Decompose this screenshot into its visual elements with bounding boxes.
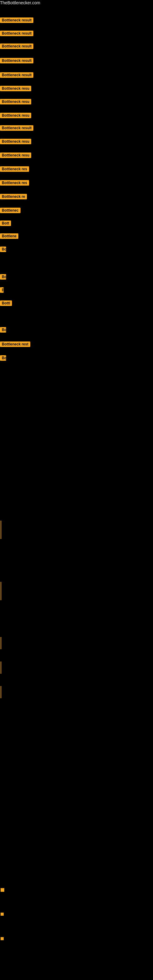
- badge-item: Bottl: [0, 301, 12, 307]
- bottleneck-result-badge: Bottleneck res: [0, 166, 29, 172]
- badge-item: Bottleneck resu: [0, 139, 31, 145]
- vertical-line-indicator: [1, 637, 1, 649]
- badge-item: Bottleneck resu: [0, 113, 31, 119]
- bottleneck-result-badge: Bottl: [0, 301, 12, 306]
- badge-item: Bottleneck resu: [0, 153, 31, 159]
- badge-item: B: [0, 287, 4, 294]
- bottleneck-result-badge: Bo: [0, 355, 6, 361]
- bottleneck-result-badge: Bo: [0, 274, 6, 280]
- small-indicator: [1, 913, 4, 916]
- vertical-line-indicator: [1, 662, 1, 674]
- bottleneck-result-badge: Bottleneck res: [0, 180, 29, 186]
- site-title: TheBottlenecker.com: [0, 0, 153, 5]
- bottleneck-result-badge: Bottlene: [0, 233, 18, 239]
- bottleneck-result-badge: Bottleneck rest: [0, 342, 30, 347]
- bottleneck-result-badge: Bottlenec: [0, 208, 21, 213]
- bottleneck-result-badge: Bottleneck result: [0, 72, 33, 78]
- bottleneck-result-badge: Bottleneck resu: [0, 113, 31, 118]
- badge-item: Bottleneck result: [0, 58, 33, 65]
- badge-item: Bottlene: [0, 233, 18, 240]
- bottleneck-result-badge: Bottleneck re: [0, 194, 27, 199]
- small-indicator: [1, 888, 4, 892]
- bottleneck-result-badge: Bottleneck result: [0, 18, 33, 23]
- bottleneck-result-badge: Bottleneck resu: [0, 99, 31, 105]
- vertical-line-indicator: [1, 582, 1, 600]
- badge-item: Bott: [0, 221, 11, 227]
- badge-item: Bottleneck resu: [0, 99, 31, 106]
- vertical-line-indicator: [1, 520, 1, 539]
- badge-item: Bo: [0, 355, 6, 362]
- badge-item: Bo: [0, 274, 6, 281]
- bottleneck-result-badge: Bottleneck result: [0, 43, 33, 49]
- badge-item: Bottlenec: [0, 208, 21, 215]
- badge-item: Bo: [0, 327, 6, 334]
- bottleneck-result-badge: Bottleneck resu: [0, 153, 31, 158]
- badge-item: Bottleneck result: [0, 43, 33, 50]
- bottleneck-result-badge: Bottleneck resu: [0, 139, 31, 144]
- bottleneck-result-badge: Bottleneck result: [0, 125, 33, 131]
- bottleneck-result-badge: Bottleneck result: [0, 58, 33, 64]
- vertical-line-indicator: [1, 686, 1, 698]
- badge-item: Bottleneck result: [0, 30, 33, 37]
- bottleneck-result-badge: Bottleneck result: [0, 30, 33, 36]
- bottleneck-result-badge: B: [0, 287, 4, 293]
- bottleneck-result-badge: Bo: [0, 247, 6, 252]
- badge-item: Bottleneck res: [0, 166, 29, 173]
- badge-item: Bo: [0, 247, 6, 253]
- badge-item: Bottleneck result: [0, 18, 33, 24]
- badge-item: Bottleneck rest: [0, 342, 30, 348]
- badge-item: Bottleneck result: [0, 125, 33, 132]
- badge-item: Bottleneck re: [0, 194, 27, 200]
- bottleneck-result-badge: Bottleneck resu: [0, 86, 31, 91]
- bottleneck-result-badge: Bo: [0, 327, 6, 332]
- badge-item: Bottleneck result: [0, 72, 33, 79]
- badge-item: Bottleneck res: [0, 180, 29, 187]
- small-indicator: [1, 937, 4, 940]
- bottleneck-result-badge: Bott: [0, 221, 11, 226]
- badge-item: Bottleneck resu: [0, 86, 31, 92]
